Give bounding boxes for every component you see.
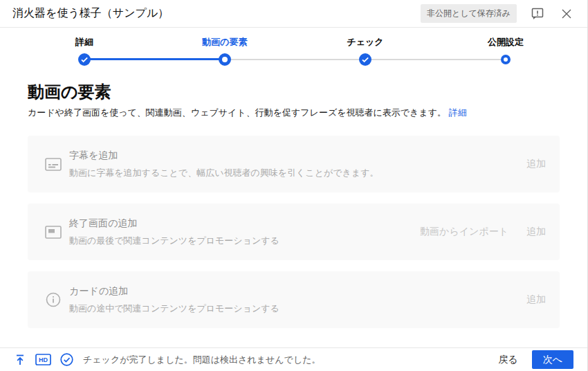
add-end-screen-button[interactable]: 追加 — [526, 226, 546, 238]
option-description: 動画の最後で関連コンテンツをプロモーションする — [69, 235, 279, 247]
stepper-segment — [365, 59, 506, 60]
svg-text:HD: HD — [39, 356, 48, 363]
main-content: 動画の要素 カードや終了画面を使って、関連動画、ウェブサイト、行動を促すフレーズ… — [0, 76, 587, 328]
feedback-icon[interactable] — [529, 6, 546, 22]
option-row-cards: カードの追加 動画の途中で関連コンテンツをプロモーションする 追加 — [28, 271, 560, 328]
stepper-segment — [225, 59, 365, 60]
page-description-text: カードや終了画面を使って、関連動画、ウェブサイト、行動を促すフレーズを視聴者に表… — [28, 107, 446, 118]
step-done-icon[interactable] — [359, 53, 371, 66]
option-actions: 動画からインポート 追加 — [420, 226, 546, 238]
step-checks[interactable]: チェック — [317, 36, 414, 48]
option-actions: 追加 — [526, 293, 546, 306]
hd-icon: HD — [35, 354, 51, 365]
check-circle-icon — [60, 353, 73, 366]
option-description: 動画の途中で関連コンテンツをプロモーションする — [69, 302, 279, 315]
processing-status-icons: HD — [14, 353, 73, 366]
checks-status-text: チェックが完了しました。問題は検出されませんでした。 — [83, 354, 320, 366]
end-screen-icon — [45, 224, 62, 240]
option-text: 字幕を追加 動画に字幕を追加することで、幅広い視聴者の興味を引くことができます。 — [69, 150, 378, 179]
close-icon[interactable] — [558, 6, 575, 22]
option-text: カードの追加 動画の途中で関連コンテンツをプロモーションする — [69, 285, 279, 315]
option-title: カードの追加 — [69, 285, 279, 298]
video-elements-dialog: 消火器を使う様子（サンプル） 非公開として保存済み 詳細 動画の要素 チェック — [0, 0, 588, 371]
step-visibility[interactable]: 公開設定 — [457, 36, 554, 48]
save-status-badge: 非公開として保存済み — [421, 4, 517, 23]
step-upcoming-icon[interactable] — [501, 55, 511, 64]
option-title: 終了画面の追加 — [69, 217, 279, 230]
header-actions: 非公開として保存済み — [421, 4, 575, 23]
video-title: 消火器を使う様子（サンプル） — [12, 6, 169, 21]
upload-stepper: 詳細 動画の要素 チェック 公開設定 — [0, 28, 587, 76]
option-row-subtitles: 字幕を追加 動画に字幕を追加することで、幅広い視聴者の興味を引くことができます。… — [28, 136, 560, 192]
step-current-icon[interactable] — [219, 53, 231, 66]
import-from-video-button[interactable]: 動画からインポート — [420, 226, 508, 238]
details-link[interactable]: 詳細 — [449, 107, 467, 118]
footer-buttons: 戻る 次へ — [498, 350, 573, 369]
step-video-elements[interactable]: 動画の要素 — [176, 36, 273, 48]
page-title: 動画の要素 — [28, 82, 560, 102]
option-text: 終了画面の追加 動画の最後で関連コンテンツをプロモーションする — [69, 217, 279, 247]
option-title: 字幕を追加 — [69, 150, 378, 162]
subtitles-icon — [45, 156, 62, 172]
stepper-segment-done — [84, 58, 225, 60]
add-card-button[interactable]: 追加 — [526, 293, 546, 306]
next-button[interactable]: 次へ — [532, 350, 573, 369]
add-subtitles-button[interactable]: 追加 — [526, 158, 546, 170]
dialog-footer: HD チェックが完了しました。問題は検出されませんでした。 戻る 次へ — [0, 347, 587, 371]
option-actions: 追加 — [526, 158, 546, 170]
step-details[interactable]: 詳細 — [36, 36, 133, 48]
upload-icon — [14, 354, 26, 366]
info-icon — [45, 291, 62, 308]
option-description: 動画に字幕を追加することで、幅広い視聴者の興味を引くことができます。 — [69, 167, 378, 179]
option-row-end-screen: 終了画面の追加 動画の最後で関連コンテンツをプロモーションする 動画からインポー… — [28, 203, 560, 260]
back-button[interactable]: 戻る — [498, 354, 517, 366]
dialog-header: 消火器を使う様子（サンプル） 非公開として保存済み — [0, 0, 587, 28]
step-done-icon[interactable] — [78, 53, 91, 66]
page-description: カードや終了画面を使って、関連動画、ウェブサイト、行動を促すフレーズを視聴者に表… — [28, 107, 560, 119]
